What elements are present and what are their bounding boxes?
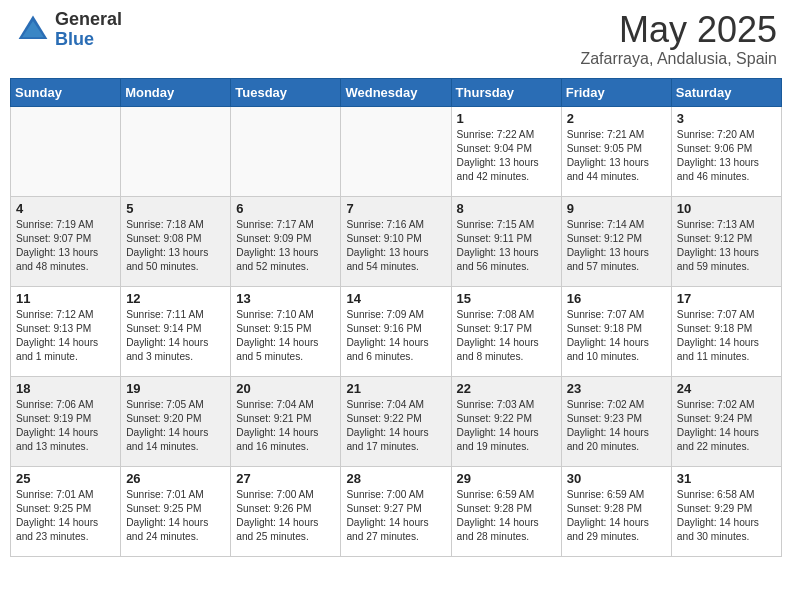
calendar-cell: 27Sunrise: 7:00 AM Sunset: 9:26 PM Dayli… xyxy=(231,466,341,556)
day-number: 1 xyxy=(457,111,556,126)
day-info: Sunrise: 7:11 AM Sunset: 9:14 PM Dayligh… xyxy=(126,308,225,365)
col-header-wednesday: Wednesday xyxy=(341,78,451,106)
day-info: Sunrise: 7:07 AM Sunset: 9:18 PM Dayligh… xyxy=(567,308,666,365)
day-number: 8 xyxy=(457,201,556,216)
calendar-row-2: 4Sunrise: 7:19 AM Sunset: 9:07 PM Daylig… xyxy=(11,196,782,286)
calendar-cell xyxy=(341,106,451,196)
calendar-row-3: 11Sunrise: 7:12 AM Sunset: 9:13 PM Dayli… xyxy=(11,286,782,376)
title-block: May 2025 Zafarraya, Andalusia, Spain xyxy=(580,10,777,68)
day-info: Sunrise: 7:09 AM Sunset: 9:16 PM Dayligh… xyxy=(346,308,445,365)
day-number: 11 xyxy=(16,291,115,306)
day-info: Sunrise: 7:21 AM Sunset: 9:05 PM Dayligh… xyxy=(567,128,666,185)
day-number: 24 xyxy=(677,381,776,396)
logo-blue-text: Blue xyxy=(55,30,122,50)
calendar-cell: 17Sunrise: 7:07 AM Sunset: 9:18 PM Dayli… xyxy=(671,286,781,376)
calendar-cell: 7Sunrise: 7:16 AM Sunset: 9:10 PM Daylig… xyxy=(341,196,451,286)
day-info: Sunrise: 6:59 AM Sunset: 9:28 PM Dayligh… xyxy=(567,488,666,545)
day-number: 22 xyxy=(457,381,556,396)
day-info: Sunrise: 7:17 AM Sunset: 9:09 PM Dayligh… xyxy=(236,218,335,275)
calendar-row-4: 18Sunrise: 7:06 AM Sunset: 9:19 PM Dayli… xyxy=(11,376,782,466)
day-info: Sunrise: 7:04 AM Sunset: 9:22 PM Dayligh… xyxy=(346,398,445,455)
day-info: Sunrise: 7:15 AM Sunset: 9:11 PM Dayligh… xyxy=(457,218,556,275)
logo-icon xyxy=(15,12,51,48)
calendar-cell: 22Sunrise: 7:03 AM Sunset: 9:22 PM Dayli… xyxy=(451,376,561,466)
calendar-cell: 25Sunrise: 7:01 AM Sunset: 9:25 PM Dayli… xyxy=(11,466,121,556)
day-number: 7 xyxy=(346,201,445,216)
day-info: Sunrise: 7:00 AM Sunset: 9:27 PM Dayligh… xyxy=(346,488,445,545)
calendar-table: SundayMondayTuesdayWednesdayThursdayFrid… xyxy=(10,78,782,557)
calendar-cell: 20Sunrise: 7:04 AM Sunset: 9:21 PM Dayli… xyxy=(231,376,341,466)
day-number: 9 xyxy=(567,201,666,216)
calendar-cell: 26Sunrise: 7:01 AM Sunset: 9:25 PM Dayli… xyxy=(121,466,231,556)
calendar-cell: 29Sunrise: 6:59 AM Sunset: 9:28 PM Dayli… xyxy=(451,466,561,556)
day-info: Sunrise: 7:01 AM Sunset: 9:25 PM Dayligh… xyxy=(16,488,115,545)
col-header-tuesday: Tuesday xyxy=(231,78,341,106)
calendar-cell: 28Sunrise: 7:00 AM Sunset: 9:27 PM Dayli… xyxy=(341,466,451,556)
day-info: Sunrise: 7:05 AM Sunset: 9:20 PM Dayligh… xyxy=(126,398,225,455)
day-number: 6 xyxy=(236,201,335,216)
calendar-row-1: 1Sunrise: 7:22 AM Sunset: 9:04 PM Daylig… xyxy=(11,106,782,196)
calendar-cell: 10Sunrise: 7:13 AM Sunset: 9:12 PM Dayli… xyxy=(671,196,781,286)
calendar-cell: 18Sunrise: 7:06 AM Sunset: 9:19 PM Dayli… xyxy=(11,376,121,466)
calendar-cell: 6Sunrise: 7:17 AM Sunset: 9:09 PM Daylig… xyxy=(231,196,341,286)
day-number: 25 xyxy=(16,471,115,486)
day-info: Sunrise: 7:20 AM Sunset: 9:06 PM Dayligh… xyxy=(677,128,776,185)
day-info: Sunrise: 7:19 AM Sunset: 9:07 PM Dayligh… xyxy=(16,218,115,275)
col-header-friday: Friday xyxy=(561,78,671,106)
day-info: Sunrise: 7:01 AM Sunset: 9:25 PM Dayligh… xyxy=(126,488,225,545)
day-number: 10 xyxy=(677,201,776,216)
calendar-cell: 11Sunrise: 7:12 AM Sunset: 9:13 PM Dayli… xyxy=(11,286,121,376)
day-info: Sunrise: 7:14 AM Sunset: 9:12 PM Dayligh… xyxy=(567,218,666,275)
location-text: Zafarraya, Andalusia, Spain xyxy=(580,50,777,68)
day-number: 2 xyxy=(567,111,666,126)
day-info: Sunrise: 7:16 AM Sunset: 9:10 PM Dayligh… xyxy=(346,218,445,275)
day-info: Sunrise: 6:58 AM Sunset: 9:29 PM Dayligh… xyxy=(677,488,776,545)
col-header-thursday: Thursday xyxy=(451,78,561,106)
calendar-cell: 3Sunrise: 7:20 AM Sunset: 9:06 PM Daylig… xyxy=(671,106,781,196)
day-number: 16 xyxy=(567,291,666,306)
day-number: 21 xyxy=(346,381,445,396)
day-number: 26 xyxy=(126,471,225,486)
day-number: 30 xyxy=(567,471,666,486)
day-number: 14 xyxy=(346,291,445,306)
day-info: Sunrise: 7:03 AM Sunset: 9:22 PM Dayligh… xyxy=(457,398,556,455)
calendar-cell xyxy=(231,106,341,196)
day-number: 18 xyxy=(16,381,115,396)
page-header: General Blue May 2025 Zafarraya, Andalus… xyxy=(10,10,782,68)
day-number: 27 xyxy=(236,471,335,486)
logo-text: General Blue xyxy=(55,10,122,50)
calendar-cell: 2Sunrise: 7:21 AM Sunset: 9:05 PM Daylig… xyxy=(561,106,671,196)
calendar-cell: 23Sunrise: 7:02 AM Sunset: 9:23 PM Dayli… xyxy=(561,376,671,466)
day-number: 29 xyxy=(457,471,556,486)
day-number: 19 xyxy=(126,381,225,396)
day-number: 5 xyxy=(126,201,225,216)
calendar-cell: 21Sunrise: 7:04 AM Sunset: 9:22 PM Dayli… xyxy=(341,376,451,466)
day-number: 20 xyxy=(236,381,335,396)
calendar-header-row: SundayMondayTuesdayWednesdayThursdayFrid… xyxy=(11,78,782,106)
day-info: Sunrise: 7:12 AM Sunset: 9:13 PM Dayligh… xyxy=(16,308,115,365)
day-info: Sunrise: 7:07 AM Sunset: 9:18 PM Dayligh… xyxy=(677,308,776,365)
day-number: 17 xyxy=(677,291,776,306)
col-header-sunday: Sunday xyxy=(11,78,121,106)
calendar-cell: 8Sunrise: 7:15 AM Sunset: 9:11 PM Daylig… xyxy=(451,196,561,286)
calendar-cell: 12Sunrise: 7:11 AM Sunset: 9:14 PM Dayli… xyxy=(121,286,231,376)
calendar-row-5: 25Sunrise: 7:01 AM Sunset: 9:25 PM Dayli… xyxy=(11,466,782,556)
day-number: 4 xyxy=(16,201,115,216)
calendar-cell: 24Sunrise: 7:02 AM Sunset: 9:24 PM Dayli… xyxy=(671,376,781,466)
calendar-cell xyxy=(11,106,121,196)
calendar-cell: 19Sunrise: 7:05 AM Sunset: 9:20 PM Dayli… xyxy=(121,376,231,466)
day-number: 31 xyxy=(677,471,776,486)
day-number: 12 xyxy=(126,291,225,306)
day-number: 3 xyxy=(677,111,776,126)
calendar-cell xyxy=(121,106,231,196)
calendar-cell: 9Sunrise: 7:14 AM Sunset: 9:12 PM Daylig… xyxy=(561,196,671,286)
col-header-monday: Monday xyxy=(121,78,231,106)
calendar-cell: 13Sunrise: 7:10 AM Sunset: 9:15 PM Dayli… xyxy=(231,286,341,376)
day-number: 15 xyxy=(457,291,556,306)
day-info: Sunrise: 7:04 AM Sunset: 9:21 PM Dayligh… xyxy=(236,398,335,455)
month-title: May 2025 xyxy=(580,10,777,50)
day-number: 28 xyxy=(346,471,445,486)
calendar-cell: 16Sunrise: 7:07 AM Sunset: 9:18 PM Dayli… xyxy=(561,286,671,376)
day-info: Sunrise: 7:02 AM Sunset: 9:24 PM Dayligh… xyxy=(677,398,776,455)
col-header-saturday: Saturday xyxy=(671,78,781,106)
